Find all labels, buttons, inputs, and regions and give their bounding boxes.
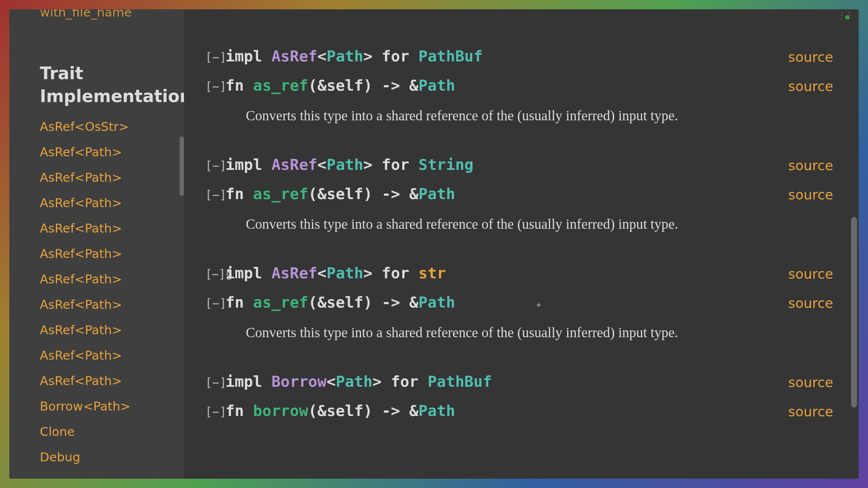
method-description: Converts this type into a shared referen… xyxy=(246,214,833,235)
source-link[interactable]: source xyxy=(788,187,833,203)
impl-signature: impl AsRef<Path> for String xyxy=(225,156,473,173)
doc-window: ⋮⋮ with_file_name Trait Implementations … xyxy=(9,9,859,479)
sidebar-item[interactable]: AsRef<Path> xyxy=(40,297,167,312)
fn-signature: fn as_ref(&self) -> &Path xyxy=(225,185,455,202)
sidebar-item[interactable]: AsRef<Path> xyxy=(40,221,167,236)
fn-signature: fn borrow(&self) -> &Path xyxy=(225,402,455,419)
sidebar-item[interactable]: AsRef<Path> xyxy=(40,145,167,159)
fn-header: [−]fn as_ref(&self) -> &Pathsource xyxy=(205,77,833,94)
sidebar-item-with-file-name[interactable]: with_file_name xyxy=(40,9,167,19)
collapse-toggle[interactable]: [−] xyxy=(205,376,225,390)
impl-block: [−]impl AsRef<Path> for Stringsource[−]f… xyxy=(205,156,833,235)
collapse-toggle[interactable]: [−] xyxy=(205,405,225,419)
fn-signature: fn as_ref(&self) -> &Path xyxy=(225,294,455,311)
fn-header: [−]fn as_ref(&self) -> &Pathsource xyxy=(205,185,833,202)
sidebar-item[interactable]: AsRef<Path> xyxy=(40,374,167,388)
source-link[interactable]: source xyxy=(788,158,833,174)
collapse-toggle[interactable]: [−] xyxy=(205,159,225,173)
impl-header: [−]impl AsRef<Path> for PathBufsource xyxy=(205,47,833,65)
impl-header: [−]impl AsRef<Path> for Stringsource xyxy=(205,156,833,173)
fn-header: [−]fn borrow(&self) -> &Pathsource xyxy=(205,402,833,419)
sidebar: with_file_name Trait Implementations AsR… xyxy=(9,9,184,479)
collapse-toggle[interactable]: [−] xyxy=(205,80,225,94)
collapse-toggle[interactable]: [−]§ xyxy=(205,266,225,281)
impl-block: [−]§impl AsRef<Path> for strsource[−]fn … xyxy=(205,264,833,343)
impl-block: [−]impl Borrow<Path> for PathBufsource[−… xyxy=(205,373,833,419)
sidebar-item[interactable]: Borrow<Path> xyxy=(40,399,167,413)
sidebar-item[interactable]: AsRef<Path> xyxy=(40,247,167,261)
impl-signature: impl AsRef<Path> for PathBuf xyxy=(225,47,483,65)
sidebar-item[interactable]: AsRef<Path> xyxy=(40,170,167,185)
source-link[interactable]: source xyxy=(788,49,833,65)
sidebar-item[interactable]: Debug xyxy=(40,450,167,464)
collapse-toggle[interactable]: [−] xyxy=(205,188,225,202)
sidebar-item[interactable]: Clone xyxy=(40,424,167,439)
fn-signature: fn as_ref(&self) -> &Path xyxy=(225,77,455,94)
sidebar-item[interactable]: AsRef<Path> xyxy=(40,272,167,286)
source-link[interactable]: source xyxy=(788,266,833,282)
collapse-toggle[interactable]: [−] xyxy=(205,50,225,64)
fn-header: [−]fn as_ref(&self) -> &Pathsource xyxy=(205,294,833,311)
source-link[interactable]: source xyxy=(788,295,833,311)
sidebar-item[interactable]: AsRef<Path> xyxy=(40,348,167,363)
impl-header: [−]§impl AsRef<Path> for strsource xyxy=(205,264,833,282)
sidebar-item[interactable]: AsRef<Path> xyxy=(40,323,167,337)
sidebar-scrollbar[interactable] xyxy=(180,136,184,196)
sidebar-item[interactable]: AsRef<Path> xyxy=(40,196,167,210)
method-description: Converts this type into a shared referen… xyxy=(246,106,833,126)
impl-header: [−]impl Borrow<Path> for PathBufsource xyxy=(205,373,833,390)
source-link[interactable]: source xyxy=(788,404,833,420)
content-scrollbar[interactable] xyxy=(851,217,857,408)
source-link[interactable]: source xyxy=(788,374,833,391)
sidebar-heading-trait-implementations: Trait Implementations xyxy=(40,62,167,108)
method-description: Converts this type into a shared referen… xyxy=(246,323,833,343)
sidebar-item[interactable]: AsRef<OsStr> xyxy=(40,119,167,134)
collapse-toggle[interactable]: [−] xyxy=(205,297,225,311)
impl-block: [−]impl AsRef<Path> for PathBufsource[−]… xyxy=(205,47,833,126)
main-content: [−]impl AsRef<Path> for PathBufsource[−]… xyxy=(184,9,859,479)
impl-signature: impl Borrow<Path> for PathBuf xyxy=(225,373,492,390)
source-link[interactable]: source xyxy=(788,78,833,94)
impl-signature: impl AsRef<Path> for str xyxy=(225,264,446,282)
